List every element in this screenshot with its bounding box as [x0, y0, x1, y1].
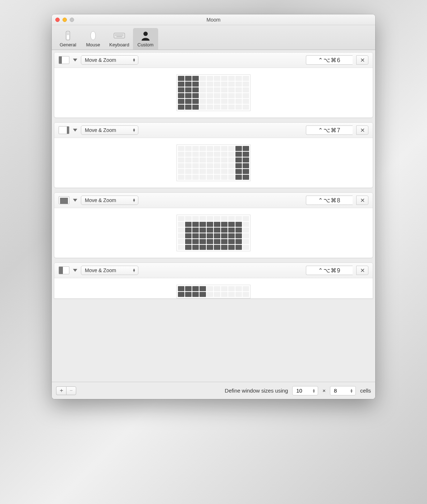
grid-cell[interactable]: [185, 222, 192, 227]
grid-cell[interactable]: [214, 169, 220, 174]
grid-cell[interactable]: [235, 146, 242, 151]
grid-cell[interactable]: [178, 245, 184, 250]
grid-cell[interactable]: [235, 87, 242, 92]
action-select[interactable]: Move & Zoom▲▼: [81, 55, 138, 65]
grid-cell[interactable]: [178, 146, 184, 151]
clear-shortcut-button[interactable]: ✕: [356, 55, 368, 65]
minimize-icon[interactable]: [63, 18, 67, 22]
grid-cell[interactable]: [228, 157, 235, 162]
grid-cell[interactable]: [207, 87, 213, 92]
grid-cell[interactable]: [221, 169, 228, 174]
grid-cell[interactable]: [207, 146, 213, 151]
grid-cell[interactable]: [228, 93, 235, 98]
grid-cell[interactable]: [221, 87, 228, 92]
grid-selector[interactable]: [176, 215, 251, 251]
grid-cell[interactable]: [178, 152, 184, 157]
grid-cell[interactable]: [185, 146, 192, 151]
grid-cell[interactable]: [207, 105, 213, 110]
grid-cell[interactable]: [235, 93, 242, 98]
grid-cell[interactable]: [178, 163, 184, 168]
grid-cell[interactable]: [207, 292, 213, 297]
grid-cell[interactable]: [185, 152, 192, 157]
grid-cell[interactable]: [199, 175, 206, 180]
grid-cell[interactable]: [228, 169, 235, 174]
action-select[interactable]: Move & Zoom▲▼: [81, 196, 138, 205]
grid-cell[interactable]: [221, 152, 228, 157]
grid-cell[interactable]: [221, 239, 228, 244]
grid-cell[interactable]: [243, 157, 249, 162]
grid-cell[interactable]: [192, 105, 199, 110]
grid-cell[interactable]: [207, 222, 213, 227]
grid-cell[interactable]: [192, 222, 199, 227]
grid-cell[interactable]: [228, 286, 235, 291]
shortcut-field[interactable]: ⌃⌥⌘7: [306, 125, 353, 135]
grid-cell[interactable]: [185, 175, 192, 180]
grid-cell[interactable]: [214, 239, 220, 244]
grid-cell[interactable]: [185, 87, 192, 92]
grid-cell[interactable]: [228, 239, 235, 244]
clear-shortcut-button[interactable]: ✕: [356, 266, 368, 275]
tab-general[interactable]: General: [55, 28, 81, 50]
grid-cell[interactable]: [235, 222, 242, 227]
grid-cell[interactable]: [243, 99, 249, 104]
grid-cell[interactable]: [192, 169, 199, 174]
grid-cell[interactable]: [199, 152, 206, 157]
grid-cell[interactable]: [178, 239, 184, 244]
grid-cell[interactable]: [221, 286, 228, 291]
grid-cell[interactable]: [207, 169, 213, 174]
grid-cell[interactable]: [214, 82, 220, 87]
grid-cell[interactable]: [214, 216, 220, 221]
grid-cell[interactable]: [207, 157, 213, 162]
grid-cell[interactable]: [185, 239, 192, 244]
grid-cell[interactable]: [235, 175, 242, 180]
grid-cell[interactable]: [235, 216, 242, 221]
grid-cell[interactable]: [214, 76, 220, 81]
grid-cell[interactable]: [192, 286, 199, 291]
grid-cell[interactable]: [178, 169, 184, 174]
grid-cell[interactable]: [235, 292, 242, 297]
custom-action-row[interactable]: Move & Zoom▲▼⌃⌥⌘6✕: [54, 52, 373, 118]
grid-cell[interactable]: [207, 152, 213, 157]
custom-actions-list[interactable]: Move & Zoom▲▼⌃⌥⌘6✕Move & Zoom▲▼⌃⌥⌘7✕Move…: [52, 50, 375, 382]
grid-cell[interactable]: [221, 76, 228, 81]
grid-cell[interactable]: [221, 228, 228, 233]
grid-cell[interactable]: [235, 245, 242, 250]
grid-cell[interactable]: [185, 163, 192, 168]
tab-keyboard[interactable]: Keyboard: [106, 28, 133, 50]
grid-cell[interactable]: [243, 146, 249, 151]
grid-cell[interactable]: [221, 105, 228, 110]
grid-cell[interactable]: [207, 93, 213, 98]
grid-cell[interactable]: [243, 82, 249, 87]
grid-cell[interactable]: [221, 163, 228, 168]
disclosure-triangle-icon[interactable]: [73, 129, 77, 132]
grid-cell[interactable]: [199, 222, 206, 227]
shortcut-field[interactable]: ⌃⌥⌘6: [306, 55, 353, 65]
grid-cell[interactable]: [185, 99, 192, 104]
grid-cell[interactable]: [214, 286, 220, 291]
grid-cell[interactable]: [199, 157, 206, 162]
grid-cell[interactable]: [235, 228, 242, 233]
grid-cell[interactable]: [192, 99, 199, 104]
grid-cell[interactable]: [192, 216, 199, 221]
titlebar[interactable]: Moom: [52, 14, 375, 25]
grid-cell[interactable]: [199, 233, 206, 238]
grid-cell[interactable]: [235, 152, 242, 157]
grid-selector[interactable]: [176, 285, 251, 298]
grid-cell[interactable]: [214, 87, 220, 92]
shortcut-field[interactable]: ⌃⌥⌘9: [306, 266, 353, 275]
grid-cell[interactable]: [235, 82, 242, 87]
action-select[interactable]: Move & Zoom▲▼: [81, 266, 138, 275]
grid-cell[interactable]: [228, 146, 235, 151]
grid-cell[interactable]: [178, 82, 184, 87]
grid-cell[interactable]: [192, 146, 199, 151]
grid-cell[interactable]: [221, 146, 228, 151]
grid-cell[interactable]: [235, 286, 242, 291]
grid-cell[interactable]: [178, 105, 184, 110]
grid-cell[interactable]: [178, 216, 184, 221]
grid-cell[interactable]: [243, 169, 249, 174]
grid-cell[interactable]: [178, 76, 184, 81]
grid-cell[interactable]: [192, 175, 199, 180]
grid-cell[interactable]: [228, 82, 235, 87]
grid-cell[interactable]: [214, 228, 220, 233]
grid-cell[interactable]: [243, 222, 249, 227]
